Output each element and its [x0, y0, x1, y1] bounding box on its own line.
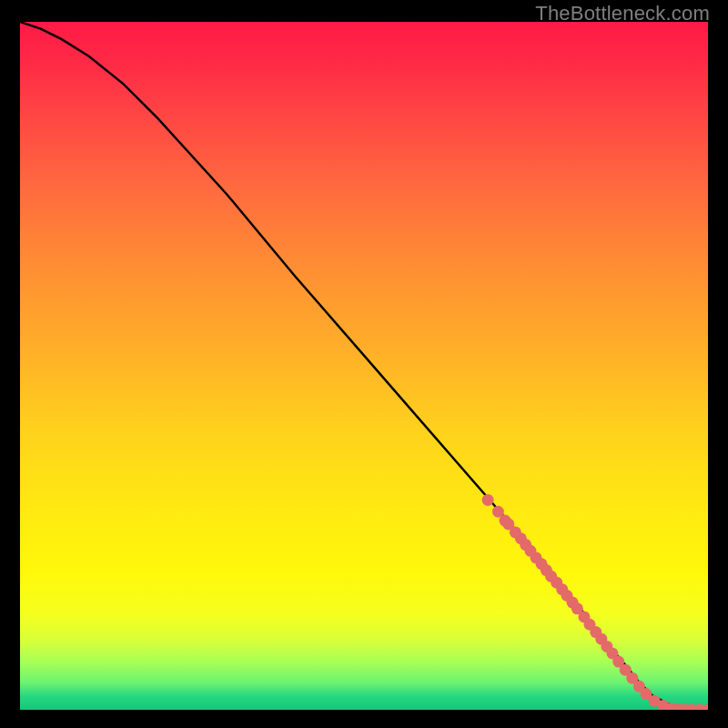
data-marker [703, 704, 709, 711]
marker-group [482, 494, 708, 710]
chart-stage: TheBottleneck.com [0, 0, 728, 728]
watermark-text: TheBottleneck.com [535, 2, 710, 25]
data-marker [482, 494, 494, 506]
trend-curve [20, 22, 708, 710]
chart-overlay-svg [20, 22, 708, 710]
